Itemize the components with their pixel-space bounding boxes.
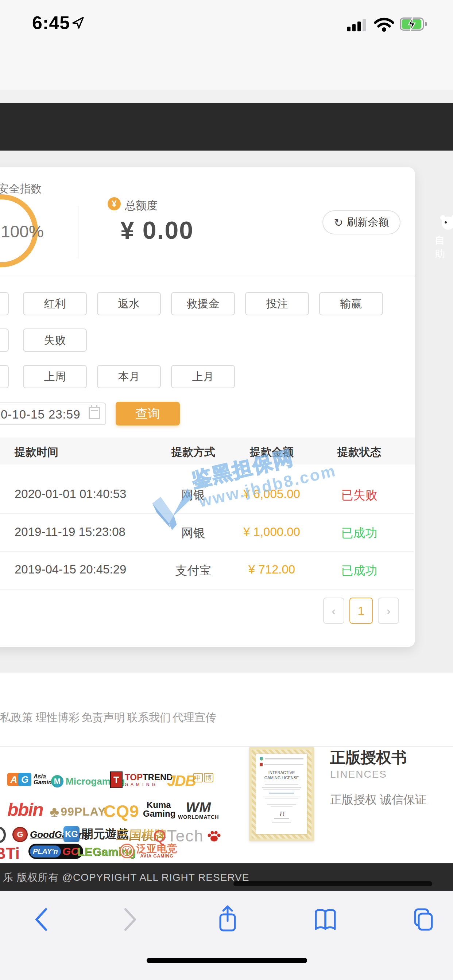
end-date-value: 0-10-15 23:59 [1,407,81,422]
footer-link-privacy[interactable]: 私政策 [0,710,33,725]
toptrend-top: TOP [125,773,143,782]
cell-method: 支付宝 [157,563,230,579]
back-button[interactable] [33,908,48,931]
copyright-text: 乐 版权所有 @COPYRIGHT ALL RIGHT RESERVE [3,870,249,885]
cell-status: 已成功 [323,563,396,579]
microgaming-icon: M [51,775,64,788]
logo-shenbo: 申 博 [193,773,214,783]
filter-button-bet[interactable]: 投注 [245,292,309,315]
cert-title-line2: GAMING LICENSE [260,775,303,780]
cell-status: 已失败 [323,487,396,503]
filter-button-partial[interactable] [0,292,9,315]
cell-amount: ¥ 6,005.00 [226,487,317,501]
cell-time: 2019-04-15 20:45:29 [14,563,126,576]
filter-button-partial[interactable] [0,328,9,352]
bbin-text: bbin [7,799,43,820]
refresh-balance-label: 刷新余额 [347,215,389,230]
pagination-page-1[interactable]: 1 [349,598,373,624]
battery-charging-icon [400,18,428,30]
logo-jdb: JDB [167,772,196,790]
avia-crest-icon: X [120,844,134,858]
forward-button[interactable] [123,908,138,931]
footer-link-agent[interactable]: 代理宣传 [172,710,216,725]
cq9-text: CQ9 [104,801,139,821]
security-index-value: 100% [0,222,49,241]
logo-toptrend: T TOPTREND G A M I N G [110,772,173,788]
logo-bbin: bbin [7,799,43,820]
nav-self-service[interactable]: 自助 [435,233,453,261]
filter-button-lastweek[interactable]: 上周 [23,365,87,388]
refresh-icon: ↻ [334,216,343,229]
row-divider [0,513,414,514]
license-subtitle: LINENCES [330,768,387,780]
wm-text: WM [186,800,211,815]
total-amount: ¥ 0.00 [120,216,194,244]
cell-status: 已成功 [323,525,396,541]
cellular-signal-icon [347,18,370,31]
col-withdraw-time: 提款时间 [14,445,58,460]
refresh-balance-button[interactable]: ↻ 刷新余额 [322,210,400,234]
filter-button-partial[interactable] [0,365,9,388]
logo-99play: ♣ 99PLAY [49,803,106,820]
total-quota-label: 总额度 [125,198,158,213]
footer-link-disclaimer[interactable]: 免责声明 [81,710,125,725]
logo-kuma-gaming: Kuma Gaming [143,800,175,818]
row-divider [0,589,414,590]
cell-time: 2019-11-19 15:23:08 [14,525,126,539]
row-divider [0,551,414,552]
toptrend-icon: T [110,772,123,788]
filter-button-rescue[interactable]: 救援金 [171,292,235,315]
license-title: 正版授权书 [330,748,407,768]
pagination-next-button[interactable]: › [378,598,399,624]
query-button[interactable]: 查询 [116,402,180,425]
self-service-icon[interactable] [439,213,453,232]
filter-button-winloss[interactable]: 输赢 [319,292,383,315]
share-button[interactable] [217,905,238,932]
cert-signature: ⌇⌇ [260,810,303,818]
footer-link-responsible-gaming[interactable]: 理性博彩 [36,710,80,725]
filter-button-thismonth[interactable]: 本月 [97,365,161,388]
cell-method: 网银 [157,525,230,541]
logo-cq9: CQ9 [104,801,139,821]
cell-amount: ¥ 1,000.00 [226,525,317,539]
shenbo-badge: 申 [193,773,203,783]
tabs-button[interactable] [410,908,433,931]
divider [78,206,78,259]
99play-clover-icon: ♣ [49,803,59,820]
license-tagline: 正版授权 诚信保证 [330,792,427,808]
logo-avia: X 泛亚电竞 AVIA GAMING [120,844,177,858]
license-certificate-image: INTERACTIVE GAMING LICENSE ⌇⌇ [249,747,314,841]
bookmarks-button[interactable] [314,908,336,931]
kuma-text: Gaming [143,810,175,818]
avia-text: 泛亚电竞 [136,844,177,854]
divider [0,746,453,747]
site-header: TD 腾达 娱乐 回到首页 ¥ 存提转 账户中心 自助 [0,103,453,151]
col-withdraw-status: 提款状态 [323,445,396,460]
goodgaming-seal-icon: G [13,827,28,842]
col-withdraw-method: 提款方式 [157,445,230,460]
iphone-screen: 6:45 AA tengda29 [0,0,453,980]
logo-playngo: PLAY'n GO [29,844,83,859]
filter-button-failed[interactable]: 失败 [23,328,87,352]
filter-button-bonus[interactable]: 红利 [23,292,87,315]
jdb-text: JDB [167,772,196,790]
location-arrow-icon [72,16,85,29]
security-index-label: 安全指数 [0,181,41,197]
logo-worldmatch: WM WORLDMATCH [178,800,219,819]
pagination-prev-button[interactable]: ‹ [323,598,344,624]
footer-link-contact[interactable]: 联系我们 [127,710,171,725]
wifi-icon [374,18,394,32]
browser-toolbar [0,891,453,980]
playngo-play: PLAY'n [30,845,61,858]
99play-text: 99PLAY [61,805,106,818]
filter-button-lastmonth[interactable]: 上月 [171,365,235,388]
ag-g-badge: G [18,773,31,786]
calendar-icon [89,407,100,419]
col-withdraw-amount: 提款金额 [226,445,317,460]
cert-title-line1: INTERACTIVE [260,770,303,775]
home-indicator[interactable] [147,958,307,963]
filter-button-rebate[interactable]: 返水 [97,292,161,315]
playngo-go: GO [62,845,80,858]
horizontal-scroll-indicator[interactable] [233,881,432,886]
logo-asia-gaming: A G Asia Gaming [7,773,56,786]
